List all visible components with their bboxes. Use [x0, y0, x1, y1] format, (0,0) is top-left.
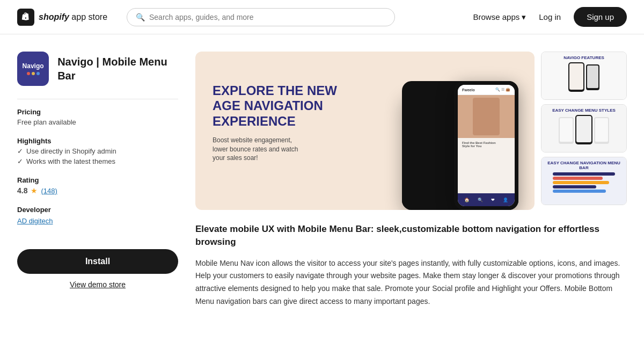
hero-text-overlay: EXPLORE THE NEW AGE NAVIGATION EXPERIENC… [213, 83, 337, 163]
dot-red [27, 72, 30, 75]
sidebar: Navigo Navigo | Mobile Menu Bar Pricing … [17, 52, 178, 308]
thumb1-content: Navigo Features [541, 52, 626, 99]
thumb2-content: Easy Change Menu Styles [541, 105, 626, 152]
thumb3-content: Easy Change Navigation Menu Bar [541, 157, 626, 205]
highlights-label: Highlights [17, 137, 178, 145]
thumb3-label: Easy Change Navigation Menu Bar [545, 161, 623, 170]
search-input[interactable] [149, 13, 386, 21]
demo-store-link[interactable]: View demo store [17, 280, 178, 289]
rating-number: 4.8 [17, 186, 27, 195]
developer-link[interactable]: AD digitech [17, 217, 53, 225]
description-text: Mobile Menu Nav icon allows the visitor … [195, 257, 627, 308]
rating-count[interactable]: (148) [41, 187, 57, 195]
dot-yellow [32, 72, 35, 75]
check-icon-1: ✓ [17, 147, 23, 155]
install-button[interactable]: Install [17, 249, 178, 274]
rating-row: 4.8 ★ (148) [17, 186, 178, 195]
logo-text: shopify app store [39, 12, 107, 22]
rating-label: Rating [17, 176, 178, 184]
thumbnail-2[interactable]: Easy Change Menu Styles [541, 104, 627, 152]
thumb2-label: Easy Change Menu Styles [552, 108, 616, 113]
highlight-item-2: ✓ Works with the latest themes [17, 157, 178, 165]
star-icon: ★ [31, 186, 38, 195]
rating-section: Rating 4.8 ★ (148) [17, 176, 178, 195]
thumb1-phones [568, 62, 599, 92]
description-title: Elevate mobile UX with Mobile Menu Bar: … [195, 223, 627, 249]
app-logo: Navigo [17, 52, 49, 86]
chevron-down-icon: ▾ [522, 12, 526, 22]
pricing-label: Pricing [17, 108, 178, 116]
shopify-logo-icon [17, 9, 34, 26]
thumbnails-column: Navigo Features Ea [541, 52, 627, 210]
signup-button[interactable]: Sign up [574, 7, 627, 27]
logo-area: shopify app store [17, 9, 114, 26]
pricing-section: Pricing Free plan available [17, 108, 178, 126]
main-area: EXPLORE THE NEW AGE NAVIGATION EXPERIENC… [195, 52, 627, 308]
app-name: Navigo | Mobile Menu Bar [57, 55, 178, 83]
search-bar-container[interactable]: 🔍 [127, 8, 395, 26]
app-logo-dots [27, 72, 40, 75]
pricing-value: Free plan available [17, 118, 178, 126]
app-identity: Navigo Navigo | Mobile Menu Bar [17, 52, 178, 86]
highlights-list: ✓ Use directly in Shopify admin ✓ Works … [17, 147, 178, 165]
check-icon-2: ✓ [17, 157, 23, 165]
mini-bars [553, 172, 616, 193]
header: shopify app store 🔍 Browse apps ▾ Log in… [0, 0, 644, 34]
media-section: EXPLORE THE NEW AGE NAVIGATION EXPERIENC… [195, 52, 627, 210]
thumbnail-1[interactable]: Navigo Features [541, 52, 627, 100]
hero-headline: EXPLORE THE NEW AGE NAVIGATION EXPERIENC… [213, 83, 337, 129]
thumbnail-3[interactable]: Easy Change Navigation Menu Bar [541, 157, 627, 205]
developer-label: Developer [17, 206, 178, 214]
hero-image: EXPLORE THE NEW AGE NAVIGATION EXPERIENC… [195, 52, 535, 210]
highlights-section: Highlights ✓ Use directly in Shopify adm… [17, 137, 178, 165]
login-button[interactable]: Log in [539, 12, 561, 21]
dot-blue [36, 72, 40, 75]
hero-subtext: Boost website engagement, lower bounce r… [213, 136, 309, 163]
header-nav: Browse apps ▾ Log in Sign up [473, 7, 627, 27]
highlight-item-1: ✓ Use directly in Shopify admin [17, 147, 178, 155]
page-content: Navigo Navigo | Mobile Menu Bar Pricing … [0, 34, 644, 325]
search-icon: 🔍 [136, 13, 145, 21]
developer-section: Developer AD digitech [17, 206, 178, 226]
browse-apps-button[interactable]: Browse apps ▾ [473, 12, 526, 22]
thumb2-phones [559, 115, 609, 144]
sidebar-divider [17, 99, 178, 99]
thumb1-label: Navigo Features [564, 55, 604, 60]
